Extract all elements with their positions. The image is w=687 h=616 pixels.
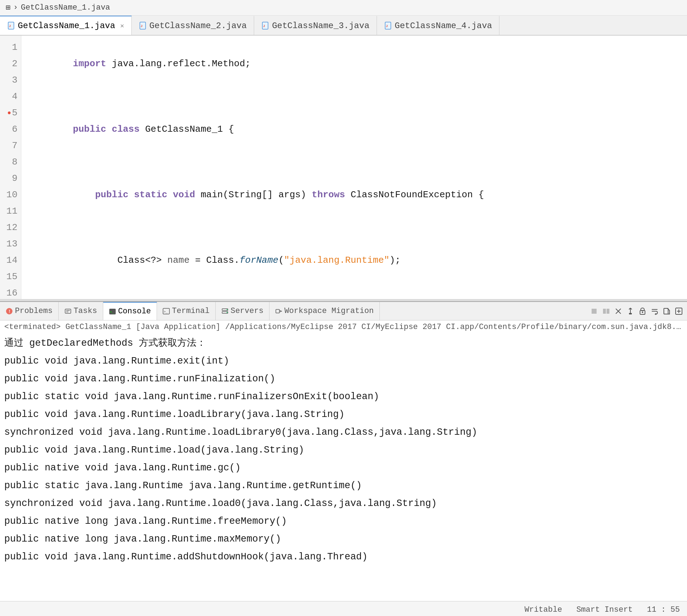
svg-point-30: [642, 312, 643, 313]
console-line-12: public void java.lang.Runtime.addShutdow…: [4, 548, 683, 566]
svg-rect-21: [276, 309, 279, 313]
new-console-btn[interactable]: [673, 306, 684, 317]
tab-getclassname2[interactable]: J GetClassName_2.java: [132, 16, 255, 35]
console-line-3: public static void java.lang.Runtime.run…: [4, 388, 683, 406]
console-line-9: synchronized void java.lang.Runtime.load…: [4, 495, 683, 512]
svg-text:!: !: [8, 309, 11, 314]
svg-point-19: [226, 309, 227, 310]
console-line-1: public void java.lang.Runtime.exit(int): [4, 352, 683, 370]
console-line-5: synchronized void java.lang.Runtime.load…: [4, 423, 683, 441]
svg-text:>_: >_: [164, 310, 168, 313]
tab-label-getclassname2: GetClassName_2.java: [150, 21, 247, 31]
tab-label-getclassname1: GetClassName_1.java: [18, 21, 115, 31]
console-output: 通过 getDeclaredMethods 方式获取方法： public voi…: [4, 334, 683, 566]
breadcrumb-file: GetClassName_1.java: [21, 3, 110, 12]
code-line-5: public static void main(String[] args) t…: [28, 170, 687, 219]
tab-label-getclassname4: GetClassName_4.java: [395, 21, 492, 31]
workspace-migration-label: Workspace Migration: [284, 307, 374, 315]
svg-text:J: J: [141, 25, 142, 28]
svg-rect-27: [629, 313, 632, 314]
java-file-icon4: J: [384, 22, 392, 30]
console-terminated-text: <terminated> GetClassName_1 [Java Applic…: [4, 323, 683, 332]
svg-text:J: J: [263, 25, 265, 28]
terminate-btn[interactable]: [589, 306, 599, 317]
tab-getclassname4[interactable]: J GetClassName_4.java: [377, 16, 500, 35]
tab-bar-spacer: [380, 302, 586, 320]
editor-area[interactable]: 1 2 3 4 ●5 6 7 8 9 10 11 12 13 14 15 16 …: [0, 36, 687, 299]
svg-text:J: J: [9, 25, 11, 28]
console-line-6: public void java.lang.Runtime.load(java.…: [4, 441, 683, 459]
status-position: 11 : 55: [647, 605, 680, 614]
open-in-editor-btn[interactable]: [661, 306, 672, 317]
svg-text:J: J: [386, 25, 388, 28]
svg-rect-10: [65, 309, 71, 313]
pin-console-btn[interactable]: [625, 306, 636, 317]
tab-tasks[interactable]: Tasks: [59, 302, 103, 320]
svg-text:>_: >_: [110, 310, 114, 314]
console-line-10: public native long java.lang.Runtime.fre…: [4, 512, 683, 530]
console-line-0: 通过 getDeclaredMethods 方式获取方法：: [4, 334, 683, 352]
tab-servers[interactable]: Servers: [216, 302, 269, 320]
problems-icon: !: [6, 308, 13, 315]
word-wrap-btn[interactable]: [649, 306, 660, 317]
console-line-7: public native void java.lang.Runtime.gc(…: [4, 459, 683, 477]
problems-label: Problems: [15, 307, 53, 315]
svg-rect-22: [592, 309, 597, 314]
tab-getclassname3[interactable]: J GetClassName_3.java: [254, 16, 377, 35]
code-line-1: import java.lang.reflect.Method;: [28, 39, 687, 88]
code-line-2: [28, 88, 687, 105]
tab-label-getclassname3: GetClassName_3.java: [272, 21, 369, 31]
console-line-4: public void java.lang.Runtime.loadLibrar…: [4, 406, 683, 423]
svg-rect-23: [603, 309, 606, 314]
svg-point-20: [226, 312, 227, 313]
breadcrumb-separator: ⊞: [6, 3, 10, 12]
console-output-area: <terminated> GetClassName_1 [Java Applic…: [0, 320, 687, 601]
svg-rect-24: [607, 309, 609, 314]
code-line-8: [28, 285, 687, 299]
tasks-icon: [64, 308, 72, 315]
scroll-lock-btn[interactable]: [637, 306, 648, 317]
tab-close-getclassname1[interactable]: ✕: [120, 22, 124, 30]
line-numbers: 1 2 3 4 ●5 6 7 8 9 10 11 12 13 14 15 16: [0, 36, 21, 299]
code-line-6: [28, 219, 687, 236]
java-file-icon3: J: [261, 22, 269, 30]
console-icon: >_: [109, 308, 116, 315]
console-toolbar: [586, 302, 687, 320]
breadcrumb-separator2: ›: [13, 3, 18, 12]
code-content[interactable]: import java.lang.reflect.Method; public …: [21, 36, 687, 299]
svg-rect-32: [664, 308, 668, 314]
bottom-panel: ! Problems Tasks >_ Console >_ Termi: [0, 301, 687, 601]
terminal-icon: >_: [163, 308, 170, 315]
status-bar: Writable Smart Insert 11 : 55: [0, 601, 687, 616]
tasks-label: Tasks: [74, 307, 97, 315]
tab-workspace-migration[interactable]: Workspace Migration: [269, 302, 380, 320]
console-line-8: public static java.lang.Runtime java.lan…: [4, 477, 683, 495]
servers-label: Servers: [231, 307, 263, 315]
editor-tab-bar: J GetClassName_1.java ✕ J GetClassName_2…: [0, 16, 687, 36]
console-label: Console: [118, 307, 151, 316]
tab-getclassname1[interactable]: J GetClassName_1.java ✕: [0, 16, 132, 35]
tab-terminal[interactable]: >_ Terminal: [157, 302, 216, 320]
terminal-label: Terminal: [172, 307, 210, 315]
java-file-icon: J: [7, 22, 15, 30]
workspace-icon: [275, 308, 282, 315]
status-smart-insert: Smart Insert: [576, 605, 633, 614]
servers-icon: [221, 308, 229, 315]
code-line-4: [28, 154, 687, 170]
status-writable: Writable: [525, 605, 562, 614]
tab-console[interactable]: >_ Console: [103, 302, 157, 320]
tab-problems[interactable]: ! Problems: [0, 302, 59, 320]
console-line-2: public void java.lang.Runtime.runFinaliz…: [4, 370, 683, 388]
console-tab-bar: ! Problems Tasks >_ Console >_ Termi: [0, 302, 687, 320]
terminate-all-btn[interactable]: [601, 306, 612, 317]
breadcrumb-bar: ⊞ › GetClassName_1.java: [0, 0, 687, 16]
console-line-11: public native long java.lang.Runtime.max…: [4, 530, 683, 548]
java-file-icon2: J: [139, 22, 147, 30]
code-line-7: Class<?> name = Class.forName("java.lang…: [28, 236, 687, 285]
remove-terminated-btn[interactable]: [613, 306, 624, 317]
code-line-3: public class GetClassName_1 {: [28, 105, 687, 154]
